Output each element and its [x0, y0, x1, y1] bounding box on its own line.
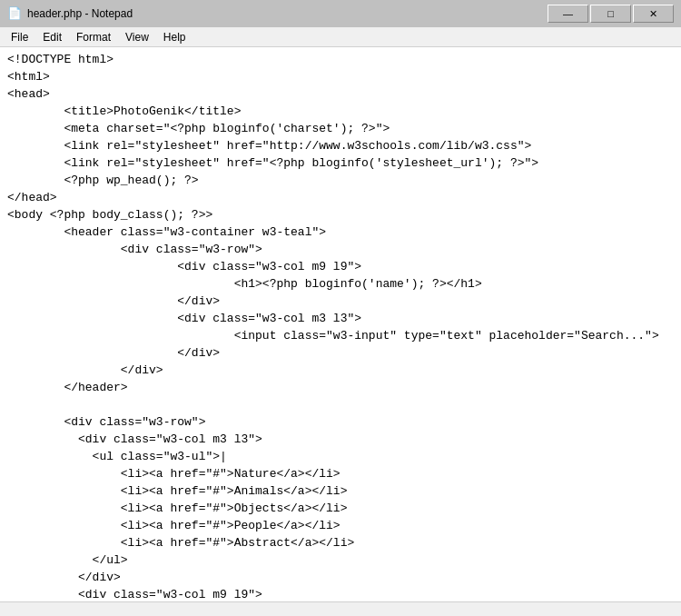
code-line: </div>	[7, 569, 674, 586]
code-line: <!DOCTYPE html>	[7, 51, 674, 68]
code-line: <input class="w3-input" type="text" plac…	[7, 327, 674, 344]
code-line: <?php wp_head(); ?>	[7, 172, 674, 189]
title-bar: 📄 header.php - Notepad — □ ✕	[0, 0, 681, 27]
code-line: </div>	[7, 362, 674, 379]
window-title: header.php - Notepad	[27, 7, 133, 20]
code-editor[interactable]: <!DOCTYPE html><html><head> <title>Photo…	[0, 47, 681, 601]
code-line: </head>	[7, 189, 674, 206]
code-line: </header>	[7, 379, 674, 396]
code-lines: <!DOCTYPE html><html><head> <title>Photo…	[7, 51, 674, 601]
close-button[interactable]: ✕	[633, 5, 674, 23]
menu-edit[interactable]: Edit	[35, 29, 69, 45]
code-line: <li><a href="#">Animals</a></li>	[7, 482, 674, 500]
code-line: <div class="w3-col m3 l3">	[7, 310, 674, 327]
code-line: <link rel="stylesheet" href="<?php blogi…	[7, 154, 674, 172]
code-line: <header class="w3-container w3-teal">	[7, 224, 674, 241]
code-line: <title>PhotoGenik</title>	[7, 103, 674, 120]
code-line: <link rel="stylesheet" href="http://www.…	[7, 137, 674, 154]
code-line: <div class="w3-col m9 l9">	[7, 258, 674, 275]
code-line: </div>	[7, 344, 674, 362]
code-line: <meta charset="<?php bloginfo('charset')…	[7, 120, 674, 137]
code-line: <html>	[7, 68, 674, 85]
code-line	[7, 396, 674, 413]
code-line: <div class="w3-row">	[7, 241, 674, 258]
maximize-button[interactable]: □	[590, 5, 631, 23]
code-line: <div class="w3-col m3 l3">	[7, 431, 674, 448]
menu-bar: File Edit Format View Help	[0, 27, 681, 47]
code-line: </ul>	[7, 551, 674, 569]
menu-format[interactable]: Format	[69, 29, 118, 45]
code-line: <body <?php body_class(); ?>>	[7, 206, 674, 224]
app-icon: 📄	[7, 6, 22, 21]
code-line: <ul class="w3-ul">|	[7, 448, 674, 465]
code-line: <li><a href="#">Abstract</a></li>	[7, 534, 674, 551]
menu-view[interactable]: View	[118, 29, 156, 45]
code-line: <div class="w3-col m9 l9">	[7, 586, 674, 601]
status-bar	[0, 601, 681, 616]
menu-file[interactable]: File	[4, 29, 35, 45]
title-bar-left: 📄 header.php - Notepad	[7, 6, 133, 21]
code-line: <h1><?php bloginfo('name'); ?></h1>	[7, 275, 674, 293]
code-line: <li><a href="#">Objects</a></li>	[7, 500, 674, 517]
code-line: <li><a href="#">Nature</a></li>	[7, 465, 674, 482]
code-line: </div>	[7, 293, 674, 310]
minimize-button[interactable]: —	[548, 5, 588, 23]
code-line: <head>	[7, 85, 674, 103]
code-line: <li><a href="#">People</a></li>	[7, 517, 674, 534]
code-line: <div class="w3-row">	[7, 413, 674, 431]
title-bar-controls: — □ ✕	[548, 5, 674, 23]
menu-help[interactable]: Help	[156, 29, 193, 45]
